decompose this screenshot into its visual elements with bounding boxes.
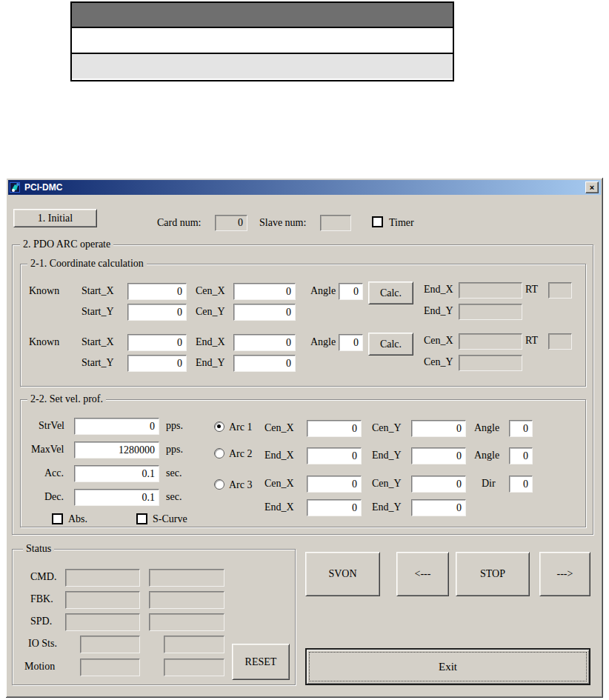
arc3-dir-input[interactable] xyxy=(509,476,533,493)
strvel-label: StrVel xyxy=(39,420,64,431)
start-y-label: Start_Y xyxy=(81,306,114,317)
close-button[interactable]: × xyxy=(585,181,599,193)
calc-button[interactable]: Calc. xyxy=(368,281,413,304)
start-x-input[interactable] xyxy=(127,334,187,351)
arc1-cen-y-input[interactable] xyxy=(411,420,466,437)
titlebar: PCI-DMC × xyxy=(8,180,601,195)
end-x-input[interactable] xyxy=(233,334,296,351)
slave-num-input[interactable] xyxy=(320,215,351,231)
end-y-label: End_Y xyxy=(196,357,225,368)
arc1-cen-y-label: Cen_Y xyxy=(372,422,402,433)
acc-input[interactable] xyxy=(74,465,159,482)
cmd-value-2 xyxy=(149,569,224,587)
rt-result[interactable] xyxy=(548,333,572,350)
svon-button[interactable]: SVON xyxy=(305,552,380,596)
end-y-result[interactable] xyxy=(459,304,522,320)
arc1-radio[interactable] xyxy=(214,421,224,432)
exit-button[interactable]: Exit xyxy=(305,648,590,685)
angle-input[interactable] xyxy=(339,334,363,351)
coordinate-group-title: 2-1. Coordinate calculation xyxy=(27,258,147,270)
maxvel-unit: pps. xyxy=(166,444,183,455)
dec-unit: sec. xyxy=(166,491,182,502)
pci-dmc-window: PCI-DMC × 1. Initial Card num: Slave num… xyxy=(6,178,603,698)
start-x-input[interactable] xyxy=(127,283,187,300)
io-sts-value-2 xyxy=(164,636,224,653)
io-sts-label: IO Sts. xyxy=(28,638,57,649)
arc2-end-x-input[interactable] xyxy=(307,447,362,464)
cen-y-result[interactable] xyxy=(459,355,522,371)
spd-value-2 xyxy=(149,613,224,631)
strvel-unit: pps. xyxy=(166,420,183,431)
start-x-label: Start_X xyxy=(81,285,114,296)
start-y-input[interactable] xyxy=(127,355,187,372)
motion-value-2 xyxy=(164,659,224,676)
acc-unit: sec. xyxy=(166,467,182,479)
timer-checkbox[interactable] xyxy=(372,216,383,227)
end-y-input[interactable] xyxy=(233,355,296,372)
angle-label: Angle xyxy=(310,336,336,347)
calc-button[interactable]: Calc. xyxy=(368,333,413,356)
arc3-end-y-input[interactable] xyxy=(411,499,466,516)
initial-button[interactable]: 1. Initial xyxy=(13,209,97,227)
reset-button[interactable]: RESET xyxy=(232,644,290,680)
cen-y-input[interactable] xyxy=(233,304,296,321)
rt-result[interactable] xyxy=(548,282,572,299)
close-icon: × xyxy=(590,184,594,192)
arc1-angle-input[interactable] xyxy=(509,420,533,437)
vel-prof-group-title: 2-2. Set vel. prof. xyxy=(27,393,106,405)
coordinate-group: 2-1. Coordinate calculation Known Start_… xyxy=(20,264,586,387)
angle-input[interactable] xyxy=(339,283,363,300)
maxvel-label: MaxVel xyxy=(31,444,64,455)
arc2-angle-label: Angle xyxy=(474,450,499,461)
page: PCI-DMC × 1. Initial Card num: Slave num… xyxy=(0,0,609,700)
arc2-end-x-label: End_X xyxy=(264,450,294,461)
abs-label: Abs. xyxy=(68,513,87,524)
pdo-arc-group: 2. PDO ARC operate 2-1. Coordinate calcu… xyxy=(12,244,593,535)
start-x-label: Start_X xyxy=(81,336,114,347)
jog-left-button[interactable]: <--- xyxy=(396,552,449,596)
cen-x-result[interactable] xyxy=(459,333,522,350)
end-x-label: End_X xyxy=(424,284,453,295)
known-label: Known xyxy=(29,336,59,347)
io-sts-value-1 xyxy=(80,636,140,653)
scurve-checkbox[interactable] xyxy=(136,513,147,524)
arc3-label: Arc 3 xyxy=(229,479,253,490)
cen-x-label: Cen_X xyxy=(424,335,453,346)
end-y-label: End_Y xyxy=(424,305,453,316)
cen-y-label: Cen_Y xyxy=(424,356,453,367)
card-num-label: Card num: xyxy=(157,217,202,228)
cen-x-input[interactable] xyxy=(233,283,296,300)
dec-input[interactable] xyxy=(74,489,159,506)
cen-y-label: Cen_Y xyxy=(196,306,225,317)
angle-label: Angle xyxy=(310,285,336,296)
arc1-angle-label: Angle xyxy=(474,422,499,433)
arc3-cen-x-input[interactable] xyxy=(307,476,362,493)
arc3-cen-y-input[interactable] xyxy=(411,476,466,493)
arc2-angle-input[interactable] xyxy=(509,447,533,464)
table-header-row xyxy=(72,3,453,28)
card-num-input[interactable] xyxy=(215,215,247,231)
motion-label: Motion xyxy=(24,661,55,672)
arc3-end-x-input[interactable] xyxy=(307,499,362,516)
end-x-result[interactable] xyxy=(459,282,522,299)
rt-label: RT xyxy=(525,335,538,346)
start-y-input[interactable] xyxy=(127,304,187,321)
arc2-radio[interactable] xyxy=(214,448,224,459)
end-x-label: End_X xyxy=(196,336,225,347)
arc3-cen-y-label: Cen_Y xyxy=(372,478,402,489)
pdo-arc-group-title: 2. PDO ARC operate xyxy=(20,239,113,250)
jog-right-button[interactable]: ---> xyxy=(539,552,590,596)
cen-x-label: Cen_X xyxy=(196,285,225,296)
arc1-cen-x-input[interactable] xyxy=(307,420,362,437)
stop-button[interactable]: STOP xyxy=(456,552,530,596)
arc1-label: Arc 1 xyxy=(229,421,253,433)
app-icon xyxy=(10,181,21,193)
strvel-input[interactable] xyxy=(74,418,159,435)
arc3-radio[interactable] xyxy=(214,479,224,490)
acc-label: Acc. xyxy=(44,467,64,479)
start-y-label: Start_Y xyxy=(81,357,114,368)
abs-checkbox[interactable] xyxy=(52,513,63,524)
arc2-end-y-input[interactable] xyxy=(411,447,466,464)
table-row xyxy=(72,54,453,79)
maxvel-input[interactable] xyxy=(74,441,159,459)
